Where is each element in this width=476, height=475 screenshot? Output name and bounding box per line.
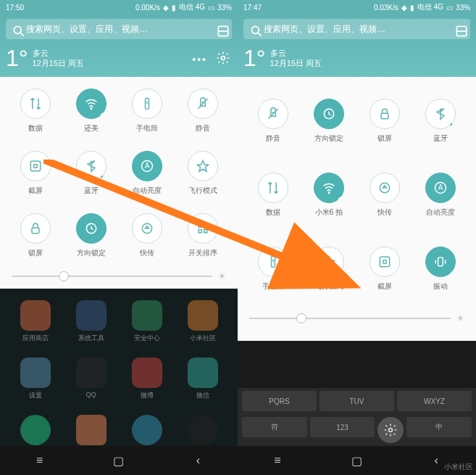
bluetooth-icon bbox=[425, 99, 456, 129]
svg-point-40 bbox=[389, 429, 393, 432]
qs-toggle-label: 自动亮度 bbox=[133, 186, 162, 196]
scan-icon[interactable] bbox=[454, 24, 464, 34]
slider-track[interactable] bbox=[249, 318, 451, 319]
torch-icon bbox=[258, 247, 288, 277]
app-icon[interactable]: 微博 bbox=[132, 358, 162, 400]
qs-toggle-label: 自动亮度 bbox=[426, 207, 455, 218]
kb-gear-button[interactable] bbox=[377, 417, 404, 443]
qs-toggle-auto-bright[interactable]: A自动亮度 bbox=[415, 173, 466, 218]
nav-home[interactable]: ▢ bbox=[110, 452, 128, 469]
qs-toggle-data[interactable]: 数据 bbox=[10, 88, 61, 133]
mute-icon bbox=[188, 88, 218, 119]
qs-panel: 数据还美手电筒静音截屏蓝牙A自动亮度飞行模式锁屏方向锁定快传开关排序 ☀ bbox=[0, 77, 238, 289]
qs-toggle-label: 振动 bbox=[433, 281, 448, 292]
kb-key[interactable]: TUV bbox=[320, 391, 394, 411]
dock-app[interactable] bbox=[20, 415, 51, 445]
nav-back[interactable]: ‹ bbox=[427, 452, 445, 469]
reorder-icon bbox=[188, 213, 218, 244]
nav-home[interactable]: ▢ bbox=[348, 452, 365, 469]
qs-toggle-screenshot[interactable]: 截屏 bbox=[359, 247, 410, 292]
weather-date: 12月15日 周五 bbox=[270, 58, 322, 68]
battery-icon: ▭ bbox=[208, 4, 214, 12]
slider-thumb[interactable] bbox=[59, 271, 69, 281]
qs-toggle-lock[interactable]: 锁屏 bbox=[359, 99, 410, 144]
app-icon[interactable]: 系统工具 bbox=[76, 300, 107, 343]
dock-app[interactable] bbox=[188, 415, 218, 445]
scan-icon[interactable] bbox=[216, 24, 226, 34]
gear-icon[interactable] bbox=[216, 51, 230, 68]
qs-toggle-screenshot[interactable]: 截屏 bbox=[10, 151, 61, 196]
temperature: 1° bbox=[243, 46, 266, 70]
app-icon[interactable]: 小米社区 bbox=[188, 300, 218, 343]
svg-rect-19 bbox=[199, 230, 201, 233]
data-icon bbox=[20, 88, 51, 119]
kb-key[interactable]: 中 bbox=[406, 417, 472, 437]
qs-toggle-mute[interactable]: 静音 bbox=[248, 99, 298, 144]
kb-key[interactable]: PQRS bbox=[242, 391, 317, 411]
brightness-slider[interactable]: ☀ bbox=[7, 271, 230, 281]
weather-date: 12月15日 周五 bbox=[33, 58, 85, 68]
qs-toggle-data[interactable]: 数据 bbox=[248, 173, 298, 218]
home-apps-dim: 应用商店系统工具安全中心小米社区 设置QQ微博微信 bbox=[0, 289, 238, 471]
kb-key[interactable]: WXYZ bbox=[397, 391, 472, 411]
qs-toggle-vibrate[interactable]: 振动 bbox=[415, 247, 466, 292]
qs-toggle-lock[interactable]: 锁屏 bbox=[10, 213, 61, 258]
qs-toggle-label: 蓝牙 bbox=[433, 133, 448, 144]
qs-toggle-share[interactable]: 快传 bbox=[122, 213, 172, 258]
rotate-lock-icon bbox=[314, 99, 344, 129]
qs-toggle-rotate-lock[interactable]: 方向锁定 bbox=[304, 99, 354, 144]
app-icon[interactable]: QQ bbox=[76, 358, 107, 400]
slider-track[interactable] bbox=[12, 276, 212, 277]
qs-toggle-label: 数据 bbox=[266, 207, 280, 218]
wifi-icon bbox=[314, 173, 344, 203]
rotate-lock-icon bbox=[76, 213, 107, 244]
qs-toggle-airplane[interactable]: 飞行模式 bbox=[178, 151, 228, 196]
battery-icon: ▭ bbox=[446, 4, 453, 12]
kb-key[interactable]: 123 bbox=[310, 417, 375, 437]
svg-point-0 bbox=[14, 26, 21, 33]
qs-toggle-wifi[interactable]: 小米6 拍 bbox=[304, 173, 354, 218]
more-icon[interactable]: ••• bbox=[192, 54, 207, 65]
qs-toggle-rotate-lock[interactable]: 方向锁定 bbox=[66, 213, 117, 258]
app-icon[interactable]: 应用商店 bbox=[20, 300, 51, 343]
app-icon[interactable]: 微信 bbox=[188, 358, 218, 400]
weather-widget[interactable]: 1° 多云 12月15日 周五 bbox=[243, 46, 470, 70]
qs-toggle-torch[interactable]: 手电筒 bbox=[122, 88, 172, 133]
qs-toggle-label: 手电筒 bbox=[136, 123, 158, 133]
qs-toggle-torch[interactable]: 手电筒 bbox=[248, 247, 298, 292]
slider-thumb[interactable] bbox=[296, 313, 306, 323]
net-speed: 0.03K/s bbox=[374, 4, 398, 12]
qs-toggle-bluetooth[interactable]: 蓝牙 bbox=[415, 99, 466, 144]
weather-cond: 多云 bbox=[33, 48, 85, 58]
vibrate-icon bbox=[425, 247, 456, 277]
svg-rect-20 bbox=[204, 230, 206, 233]
nav-recents[interactable]: ≡ bbox=[269, 452, 286, 469]
qs-toggle-reorder[interactable]: 开关排序 bbox=[178, 213, 228, 258]
qs-toggle-share[interactable]: 快传 bbox=[359, 173, 410, 218]
app-icon[interactable]: 安全中心 bbox=[132, 300, 162, 343]
keyboard-row: PQRS TUV WXYZ bbox=[238, 388, 476, 414]
qs-toggle-bluetooth[interactable]: 蓝牙 bbox=[66, 151, 117, 196]
kb-key[interactable]: 符 bbox=[242, 417, 307, 437]
auto-bright-icon: A bbox=[132, 151, 162, 181]
search-icon bbox=[12, 24, 22, 34]
qs-toggle-mute[interactable]: 静音 bbox=[178, 88, 228, 133]
data-icon bbox=[258, 173, 288, 203]
phone-right: 17:47 0.03K/s ◆ ▮ 电信 4G ▭ 33% 搜索网页、设置、应用… bbox=[238, 0, 476, 475]
qs-toggle-label: 静音 bbox=[266, 133, 280, 144]
torch-icon bbox=[132, 88, 162, 119]
qs-toggle-auto-bright[interactable]: A自动亮度 bbox=[122, 151, 172, 196]
app-icon[interactable]: 设置 bbox=[20, 358, 51, 400]
nav-recents[interactable]: ≡ bbox=[31, 452, 49, 469]
qs-toggle-label: 飞行模式 bbox=[188, 186, 217, 196]
brightness-slider[interactable]: ☀ bbox=[245, 313, 469, 323]
dock-app[interactable] bbox=[132, 415, 162, 445]
search-bar[interactable]: 搜索网页、设置、应用、视频… bbox=[6, 19, 232, 39]
dock-app[interactable] bbox=[76, 415, 107, 445]
brightness-icon: ☀ bbox=[218, 271, 226, 281]
search-bar[interactable]: 搜索网页、设置、应用、视频… bbox=[243, 19, 470, 39]
nav-back[interactable]: ‹ bbox=[189, 452, 206, 469]
battery: 33% bbox=[456, 4, 470, 12]
qs-toggle-airplane[interactable]: 飞行模式 bbox=[304, 247, 354, 292]
qs-toggle-wifi[interactable]: 还美 bbox=[66, 88, 117, 133]
